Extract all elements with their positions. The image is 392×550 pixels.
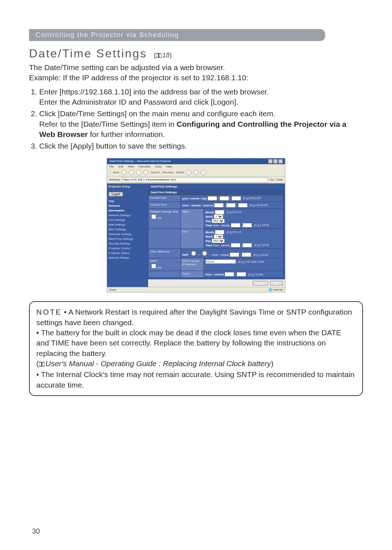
label-daylight: Daylight Savings Time ON — [148, 209, 181, 229]
mail-icon[interactable] — [193, 170, 199, 175]
gmt-minus-radio[interactable] — [202, 251, 207, 256]
sntp-ip-input[interactable] — [205, 259, 236, 264]
end-time-hm: hour : minute — [213, 243, 230, 247]
sidebar-item-network[interactable]: Network Settings — [109, 213, 147, 218]
sidebar-item-schedule[interactable]: Schedule Settings — [109, 232, 147, 236]
note-label: NOTE — [36, 308, 62, 316]
side-information-label: Information — [109, 208, 147, 213]
cycle-eg: [e.g.] 12:00 — [248, 273, 263, 276]
svg-rect-5 — [42, 362, 45, 366]
forward-icon[interactable] — [122, 170, 127, 175]
favorites-button[interactable]: Favorites — [162, 171, 174, 174]
step-2b: Refer to the [Date/Time Settings] item i… — [39, 120, 346, 138]
links-label[interactable]: Links — [276, 178, 283, 181]
start-hour-input[interactable] — [231, 223, 240, 227]
sidebar-item-mail[interactable]: Mail Settings — [109, 222, 147, 227]
gmt-minute-input[interactable] — [242, 252, 251, 257]
address-label: Address — [109, 178, 120, 181]
home-icon[interactable] — [143, 170, 148, 175]
apply-button[interactable]: Apply — [253, 281, 268, 286]
side-brand: Projector Setup — [109, 185, 147, 188]
end-day-label: Day — [205, 239, 211, 242]
start-day-label: Day — [205, 219, 211, 222]
go-button[interactable]: Go — [270, 178, 274, 181]
note-2: • The battery for the built in clock may… — [36, 328, 341, 357]
note-3: • The Internal Clock's time may not rema… — [36, 370, 355, 389]
sidebar-item-security[interactable]: Security Settings — [109, 241, 147, 246]
menu-view[interactable]: View — [128, 165, 134, 168]
second-input[interactable] — [238, 203, 248, 207]
page-heading: Date/Time Settings — [29, 47, 147, 60]
minute-input[interactable] — [226, 203, 236, 207]
cycle-minute-input[interactable] — [237, 272, 246, 276]
step-2: Click [Date/Time Settings] on the main m… — [39, 109, 363, 139]
status-internet-text: Internet — [273, 288, 283, 291]
step-1b: Enter the Administrator ID and Password … — [39, 98, 238, 106]
start-month-input[interactable] — [215, 210, 224, 214]
history-icon[interactable] — [186, 170, 191, 175]
time-eg: [e.g] 18:01:25 — [250, 203, 268, 207]
refresh-icon[interactable] — [136, 170, 141, 175]
svg-rect-1 — [159, 53, 162, 57]
step-2a: Click [Date/Time Settings] on the main m… — [39, 109, 275, 118]
step-1: Enter [https://192.168.1.10] into the ad… — [39, 87, 363, 108]
day-input[interactable] — [232, 196, 241, 201]
cycle-hour-input[interactable] — [225, 272, 234, 276]
gmt-plus-radio[interactable] — [191, 251, 196, 256]
sidebar-item-datetime[interactable]: Date/Time Settings — [109, 236, 147, 241]
end-month-input[interactable] — [215, 230, 224, 234]
sidebar-item-restart[interactable]: Network Restart — [109, 255, 147, 260]
month-input[interactable] — [220, 196, 229, 201]
label-daylight-spacer — [148, 229, 181, 248]
search-button[interactable]: Search — [151, 171, 160, 174]
gmt-eg: [e.g.] 18:00 — [253, 253, 268, 256]
menu-edit[interactable]: Edit — [118, 165, 123, 168]
label-sntp-spacer — [148, 271, 181, 278]
daylight-on-checkbox[interactable] — [151, 214, 156, 219]
internet-icon: 🌐 — [269, 288, 272, 291]
menu-file[interactable]: File — [109, 165, 114, 168]
sidebar-item-alert[interactable]: Alert Settings — [109, 227, 147, 232]
label-sntp-ip: SNTP Server IP Address — [181, 258, 204, 271]
end-minute-input[interactable] — [242, 243, 252, 247]
start-week-select[interactable]: 1 — [214, 214, 223, 219]
label-current-date: Current Date — [148, 195, 181, 202]
start-time-label: Time — [205, 223, 212, 227]
sidebar-item-port[interactable]: Port Settings — [109, 218, 147, 222]
media-button[interactable]: Media — [176, 171, 184, 174]
date-text: year / month / day — [182, 197, 207, 200]
panel-head: Date/Time Settings — [148, 190, 283, 195]
back-button[interactable]: ← Back — [109, 171, 119, 174]
start-month-eg: [e.g.] 01-12 — [226, 210, 241, 214]
step-2b-post: for further information. — [88, 130, 165, 138]
start-day-select[interactable]: Mon — [212, 219, 225, 223]
gmt-hour-input[interactable] — [230, 252, 239, 257]
maximize-icon[interactable] — [273, 159, 278, 163]
end-day-select[interactable]: Mon — [212, 239, 225, 243]
intro-line-1: The Date/Time setting can be adjusted vi… — [29, 62, 363, 73]
year-input[interactable] — [208, 196, 217, 201]
stop-icon[interactable] — [129, 170, 134, 175]
time-text: hour : minute : second — [182, 203, 213, 207]
menu-help[interactable]: Help — [166, 165, 172, 168]
intro-line-2: Example: If the IP address of the projec… — [29, 73, 363, 83]
end-month-eg: [e.g.] 01-12 — [226, 230, 241, 234]
address-input[interactable] — [122, 177, 268, 182]
start-minute-input[interactable] — [242, 223, 252, 227]
minimize-icon[interactable] — [268, 159, 273, 163]
logoff-button[interactable]: Logoff — [109, 192, 123, 197]
menu-favorites[interactable]: Favorites — [139, 165, 151, 168]
sntp-on-checkbox[interactable] — [151, 264, 156, 268]
sidebar-item-status[interactable]: Projector Status — [109, 251, 147, 255]
end-hour-input[interactable] — [231, 243, 240, 247]
sidebar-item-control[interactable]: Projector Control — [109, 246, 147, 251]
hour-input[interactable] — [214, 203, 224, 207]
top-button[interactable]: Top — [270, 281, 283, 286]
label-sntp-text: SNTP — [150, 259, 158, 263]
close-icon[interactable] — [278, 159, 283, 163]
menu-tools[interactable]: Tools — [155, 165, 162, 168]
print-icon[interactable] — [201, 170, 206, 175]
label-sntp: SNTP ON — [148, 258, 181, 271]
end-week-select[interactable]: 1 — [214, 234, 223, 239]
ref-num: 18 — [162, 52, 170, 59]
